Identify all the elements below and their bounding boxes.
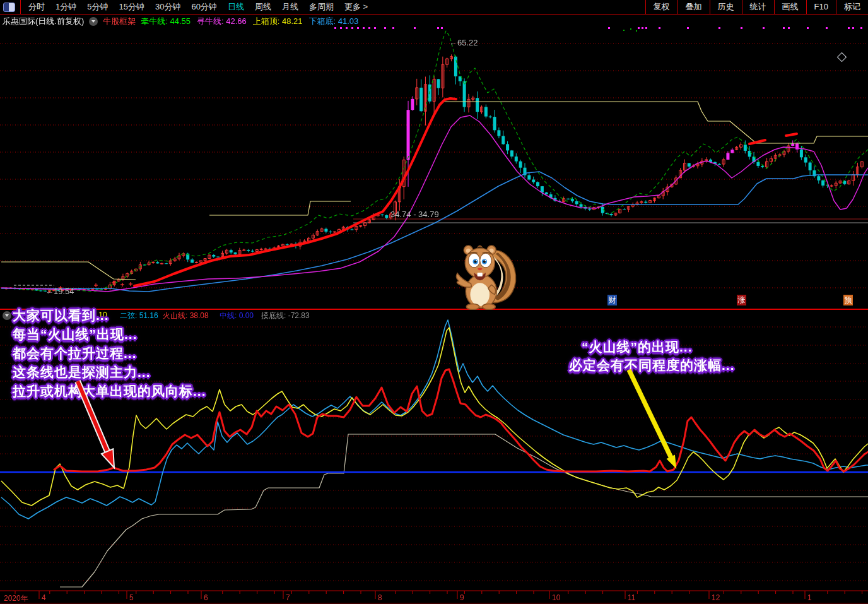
toolbar-button-group: 复权叠加历史统计画线F10标记 — [645, 0, 868, 14]
annotation-line: 这条线也是探测主力... — [13, 363, 206, 382]
toolbar-button-F10[interactable]: F10 — [806, 0, 836, 14]
axis-month-label: 11 — [628, 593, 635, 602]
stock-header-row: 乐惠国际(日线.前复权) 牛股框架 牵牛线: 44.55寻牛线: 42.66上箱… — [0, 15, 358, 28]
indicator-readout: 寻牛线: 42.66 — [197, 16, 247, 27]
axis-month-label: 9 — [460, 593, 464, 602]
tab-60分钟[interactable]: 60分钟 — [191, 0, 216, 14]
indicator-readout: 下箱底: 41.03 — [309, 16, 359, 27]
axis-month-label: 6 — [204, 593, 208, 602]
axis-month-label: 12 — [712, 593, 720, 602]
axis-year-label: 2020年 — [4, 593, 28, 604]
squirrel-foot-left — [466, 304, 479, 309]
annotation-line: 每当“火山线”出现... — [13, 325, 206, 344]
toolbar-button-历史[interactable]: 历史 — [710, 0, 742, 14]
annotation-line: 大家可以看到... — [13, 306, 206, 325]
tab-5分钟[interactable]: 5分钟 — [87, 0, 108, 14]
price-label: ←65.22 — [449, 38, 478, 47]
tab-周线[interactable]: 周线 — [255, 0, 271, 14]
cartoon-squirrel-mascot — [455, 239, 520, 310]
axis-month-label: 4 — [42, 593, 46, 602]
event-badge: 财 — [607, 295, 617, 305]
toolbar-button-统计[interactable]: 统计 — [742, 0, 774, 14]
indicator-readout: 牵牛线: 44.55 — [141, 16, 191, 27]
annotation-line: 必定会有不同程度的涨幅... — [569, 356, 735, 374]
toolbar-button-画线[interactable]: 画线 — [774, 0, 806, 14]
tab-月线[interactable]: 月线 — [282, 0, 298, 14]
annotation-line: “火山线”的出现... — [569, 338, 735, 356]
axis-month-label: 10 — [552, 593, 560, 602]
indicator-readouts: 牵牛线: 44.55寻牛线: 42.66上箱顶: 48.21下箱底: 41.03 — [141, 16, 358, 27]
tab-分时[interactable]: 分时 — [28, 0, 45, 14]
price-label: ←19.54 — [45, 287, 74, 296]
squirrel-belly — [470, 283, 490, 306]
indicator-readout: 上箱顶: 48.21 — [253, 16, 303, 27]
app-window-icon[interactable] — [3, 3, 15, 12]
stock-title: 乐惠国际(日线.前复权) — [3, 16, 84, 27]
event-badge: 预 — [843, 295, 853, 305]
tab-更多 >[interactable]: 更多 > — [344, 0, 368, 14]
strategy-name: 牛股框架 — [103, 16, 136, 27]
axis-month-label: 8 — [378, 593, 382, 602]
squirrel-teeth — [478, 273, 483, 276]
trading-app-window: 分时1分钟5分钟15分钟30分钟60分钟日线周线月线多周期更多 > 复权叠加历史… — [0, 0, 868, 604]
top-toolbar: 分时1分钟5分钟15分钟30分钟60分钟日线周线月线多周期更多 > 复权叠加历史… — [0, 0, 868, 15]
tab-1分钟[interactable]: 1分钟 — [56, 0, 76, 14]
event-badge: 涨 — [737, 295, 746, 305]
annotation-block-left: 大家可以看到...每当“火山线”出现...都会有个拉升过程...这条线也是探测主… — [13, 306, 206, 401]
tab-30分钟[interactable]: 30分钟 — [155, 0, 180, 14]
annotation-line: 都会有个拉升过程... — [13, 344, 206, 363]
oscillator-readout: 中线: 0.00 — [220, 311, 254, 321]
tab-多周期[interactable]: 多周期 — [309, 0, 334, 14]
tab-15分钟[interactable]: 15分钟 — [119, 0, 144, 14]
price-label: 34.74 - 34.79 — [390, 210, 439, 219]
annotation-line: 拉升或机构大单出现的风向标... — [13, 382, 206, 401]
toolbar-button-标记[interactable]: 标记 — [836, 0, 868, 14]
toolbar-button-叠加[interactable]: 叠加 — [677, 0, 710, 14]
axis-month-label: 5 — [129, 593, 134, 602]
toolbar-button-复权[interactable]: 复权 — [645, 0, 677, 14]
time-axis: 2020年4567891011121 — [0, 591, 868, 604]
squirrel-foot-right — [483, 304, 495, 309]
oscillator-readout: 摸底线: -72.83 — [261, 311, 310, 321]
axis-month-label: 1 — [807, 593, 812, 602]
period-tab-bar: 分时1分钟5分钟15分钟30分钟60分钟日线周线月线多周期更多 > — [20, 0, 368, 14]
tab-日线[interactable]: 日线 — [228, 0, 244, 14]
axis-month-label: 7 — [286, 593, 290, 602]
annotation-block-right: “火山线”的出现...必定会有不同程度的涨幅... — [569, 338, 735, 374]
collapse-chevron-icon[interactable] — [3, 311, 11, 320]
collapse-chevron-icon[interactable] — [89, 17, 98, 26]
